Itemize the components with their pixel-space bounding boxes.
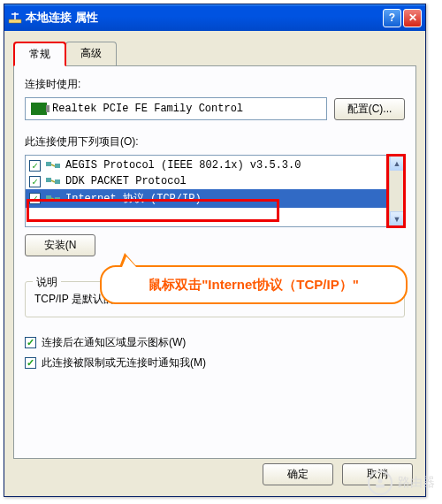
items-listbox[interactable]: ✓ AEGIS Protocol (IEEE 802.1x) v3.5.3.0 … xyxy=(25,155,405,227)
item-label: DDK PACKET Protocol xyxy=(65,175,187,187)
adapter-name: Realtek PCIe FE Family Control xyxy=(52,103,243,115)
svg-rect-3 xyxy=(46,162,51,166)
notify-label: 此连接被限制或无连接时通知我(M) xyxy=(42,355,206,370)
svg-rect-10 xyxy=(55,197,60,202)
checkbox[interactable]: ✓ xyxy=(29,193,41,204)
titlebar-buttons: ? ✕ xyxy=(383,9,422,27)
nic-icon xyxy=(31,103,47,115)
titlebar[interactable]: 本地连接 属性 ? ✕ xyxy=(4,4,425,31)
show-icon-label: 连接后在通知区域显示图标(W) xyxy=(42,335,186,350)
tab-advanced[interactable]: 高级 xyxy=(65,42,117,65)
list-item-selected[interactable]: ✓ Internet 协议 (TCP/IP) xyxy=(26,189,389,208)
properties-dialog: 本地连接 属性 ? ✕ 常规 高级 连接时使用: Realtek PCIe FE… xyxy=(4,4,426,497)
checkbox[interactable]: ✓ xyxy=(29,176,41,187)
svg-line-8 xyxy=(51,180,55,182)
scrollbar[interactable]: ▲ ▼ xyxy=(389,156,404,226)
protocol-icon xyxy=(46,193,60,205)
tab-panel: 连接时使用: Realtek PCIe FE Family Control 配置… xyxy=(13,65,416,459)
annotation-callout: 鼠标双击"Internet协议（TCP/IP）" xyxy=(100,265,408,304)
svg-rect-7 xyxy=(55,179,60,184)
callout-tail-icon xyxy=(119,253,137,267)
svg-line-11 xyxy=(51,198,55,200)
checkbox[interactable]: ✓ xyxy=(29,160,41,172)
help-button[interactable]: ? xyxy=(383,9,401,27)
list-item[interactable]: ✓ DDK PACKET Protocol xyxy=(26,173,389,189)
scroll-down-button[interactable]: ▼ xyxy=(390,211,404,226)
connection-icon xyxy=(8,11,22,25)
svg-rect-9 xyxy=(46,195,51,200)
callout-text: 鼠标双击"Internet协议（TCP/IP）" xyxy=(100,265,408,304)
checkbox[interactable]: ✓ xyxy=(25,357,36,369)
checkbox[interactable]: ✓ xyxy=(25,337,36,348)
configure-button[interactable]: 配置(C)... xyxy=(334,98,405,120)
items-label: 此连接使用下列项目(O): xyxy=(25,134,405,149)
item-label: Internet 协议 (TCP/IP) xyxy=(65,191,202,206)
svg-rect-0 xyxy=(9,19,21,23)
notify-row[interactable]: ✓ 此连接被限制或无连接时通知我(M) xyxy=(25,355,405,370)
close-button[interactable]: ✕ xyxy=(403,9,422,27)
window-title: 本地连接 属性 xyxy=(26,10,383,26)
protocol-icon xyxy=(46,175,60,187)
list-item[interactable]: ✓ AEGIS Protocol (IEEE 802.1x) v3.5.3.0 xyxy=(26,157,389,173)
tabstrip: 常规 高级 xyxy=(4,31,425,65)
protocol-icon xyxy=(46,159,60,172)
description-title: 说明 xyxy=(33,275,61,290)
svg-rect-4 xyxy=(55,164,60,168)
install-button[interactable]: 安装(N xyxy=(25,234,95,256)
cancel-button[interactable]: 取消 xyxy=(342,463,413,485)
item-label: AEGIS Protocol (IEEE 802.1x) v3.5.3.0 xyxy=(65,159,301,172)
tab-general[interactable]: 常规 xyxy=(13,42,66,66)
show-icon-row[interactable]: ✓ 连接后在通知区域显示图标(W) xyxy=(25,335,405,350)
adapter-field: Realtek PCIe FE Family Control xyxy=(25,97,327,120)
connect-using-label: 连接时使用: xyxy=(25,77,405,92)
svg-rect-6 xyxy=(46,178,51,182)
scroll-up-button[interactable]: ▲ xyxy=(390,156,404,171)
svg-line-5 xyxy=(51,164,55,166)
ok-button[interactable]: 确定 xyxy=(263,463,333,485)
